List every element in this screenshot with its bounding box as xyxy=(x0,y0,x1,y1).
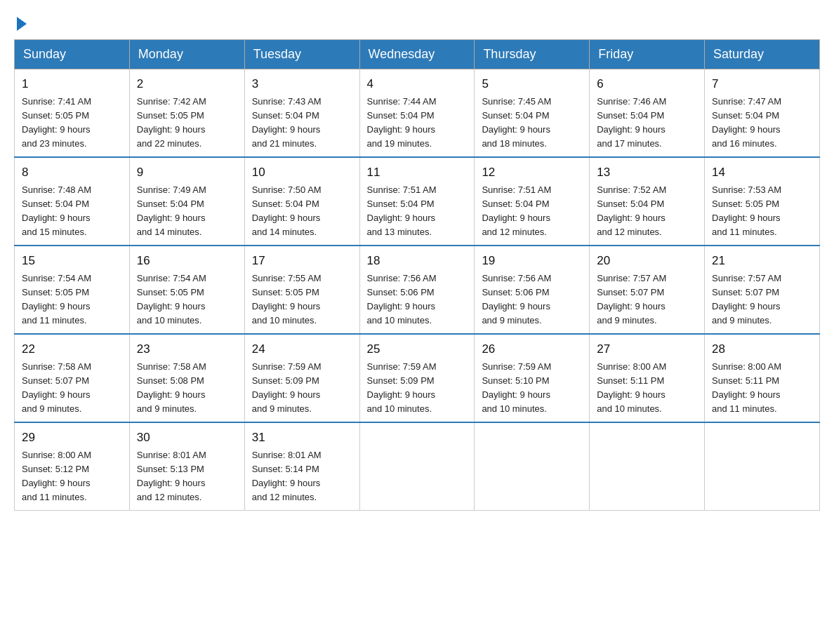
calendar-day-cell: 21Sunrise: 7:57 AMSunset: 5:07 PMDayligh… xyxy=(705,246,820,334)
day-info: Sunrise: 7:54 AMSunset: 5:05 PMDaylight:… xyxy=(137,273,206,326)
calendar-day-cell: 25Sunrise: 7:59 AMSunset: 5:09 PMDayligh… xyxy=(359,334,475,422)
day-info: Sunrise: 7:57 AMSunset: 5:07 PMDaylight:… xyxy=(712,273,781,326)
page-header xyxy=(14,14,820,28)
calendar-day-cell: 31Sunrise: 8:01 AMSunset: 5:14 PMDayligh… xyxy=(244,422,359,511)
day-info: Sunrise: 7:51 AMSunset: 5:04 PMDaylight:… xyxy=(482,185,551,237)
calendar-day-cell: 4Sunrise: 7:44 AMSunset: 5:04 PMDaylight… xyxy=(359,69,475,158)
day-of-week-header: Monday xyxy=(129,40,244,69)
calendar-day-cell: 18Sunrise: 7:56 AMSunset: 5:06 PMDayligh… xyxy=(359,246,475,334)
logo xyxy=(14,14,27,28)
day-number: 31 xyxy=(252,429,352,447)
calendar-day-cell: 23Sunrise: 7:58 AMSunset: 5:08 PMDayligh… xyxy=(129,334,244,422)
calendar-day-cell: 7Sunrise: 7:47 AMSunset: 5:04 PMDaylight… xyxy=(705,69,820,158)
day-number: 23 xyxy=(137,340,237,358)
calendar-day-cell xyxy=(590,422,705,511)
day-info: Sunrise: 7:46 AMSunset: 5:04 PMDaylight:… xyxy=(597,96,666,149)
day-number: 27 xyxy=(597,340,697,358)
day-info: Sunrise: 8:00 AMSunset: 5:12 PMDaylight:… xyxy=(22,450,91,502)
calendar-week-row: 29Sunrise: 8:00 AMSunset: 5:12 PMDayligh… xyxy=(15,422,820,511)
day-of-week-header: Wednesday xyxy=(359,40,475,69)
calendar-day-cell: 9Sunrise: 7:49 AMSunset: 5:04 PMDaylight… xyxy=(129,157,244,246)
day-info: Sunrise: 8:00 AMSunset: 5:11 PMDaylight:… xyxy=(712,361,781,414)
day-number: 25 xyxy=(367,340,468,358)
calendar-week-row: 1Sunrise: 7:41 AMSunset: 5:05 PMDaylight… xyxy=(15,69,820,158)
calendar-day-cell: 1Sunrise: 7:41 AMSunset: 5:05 PMDaylight… xyxy=(15,69,130,158)
day-of-week-header: Sunday xyxy=(15,40,130,69)
day-info: Sunrise: 7:47 AMSunset: 5:04 PMDaylight:… xyxy=(712,96,781,149)
day-info: Sunrise: 8:00 AMSunset: 5:11 PMDaylight:… xyxy=(597,361,666,414)
day-number: 22 xyxy=(22,340,122,358)
day-number: 16 xyxy=(137,252,237,270)
day-info: Sunrise: 7:54 AMSunset: 5:05 PMDaylight:… xyxy=(22,273,91,326)
calendar-day-cell: 11Sunrise: 7:51 AMSunset: 5:04 PMDayligh… xyxy=(359,157,475,246)
calendar-day-cell xyxy=(705,422,820,511)
day-number: 3 xyxy=(252,75,352,93)
day-number: 13 xyxy=(597,163,697,182)
day-number: 9 xyxy=(137,163,237,182)
calendar-day-cell: 26Sunrise: 7:59 AMSunset: 5:10 PMDayligh… xyxy=(475,334,590,422)
calendar-day-cell: 22Sunrise: 7:58 AMSunset: 5:07 PMDayligh… xyxy=(15,334,130,422)
calendar-week-row: 22Sunrise: 7:58 AMSunset: 5:07 PMDayligh… xyxy=(15,334,820,422)
day-number: 17 xyxy=(252,252,352,270)
day-of-week-header: Thursday xyxy=(475,40,590,69)
calendar-day-cell: 3Sunrise: 7:43 AMSunset: 5:04 PMDaylight… xyxy=(244,69,359,158)
calendar-day-cell: 12Sunrise: 7:51 AMSunset: 5:04 PMDayligh… xyxy=(475,157,590,246)
calendar-week-row: 8Sunrise: 7:48 AMSunset: 5:04 PMDaylight… xyxy=(15,157,820,246)
day-info: Sunrise: 7:59 AMSunset: 5:10 PMDaylight:… xyxy=(482,361,551,414)
calendar-day-cell: 2Sunrise: 7:42 AMSunset: 5:05 PMDaylight… xyxy=(129,69,244,158)
calendar-day-cell: 6Sunrise: 7:46 AMSunset: 5:04 PMDaylight… xyxy=(590,69,705,158)
day-info: Sunrise: 7:51 AMSunset: 5:04 PMDaylight:… xyxy=(367,185,437,237)
day-info: Sunrise: 7:58 AMSunset: 5:07 PMDaylight:… xyxy=(22,361,91,414)
day-info: Sunrise: 7:48 AMSunset: 5:04 PMDaylight:… xyxy=(22,185,91,237)
day-info: Sunrise: 8:01 AMSunset: 5:13 PMDaylight:… xyxy=(137,450,206,502)
calendar-day-cell: 5Sunrise: 7:45 AMSunset: 5:04 PMDaylight… xyxy=(475,69,590,158)
day-info: Sunrise: 7:57 AMSunset: 5:07 PMDaylight:… xyxy=(597,273,666,326)
day-number: 11 xyxy=(367,163,468,182)
calendar-day-cell: 10Sunrise: 7:50 AMSunset: 5:04 PMDayligh… xyxy=(244,157,359,246)
calendar-day-cell: 30Sunrise: 8:01 AMSunset: 5:13 PMDayligh… xyxy=(129,422,244,511)
calendar-day-cell: 17Sunrise: 7:55 AMSunset: 5:05 PMDayligh… xyxy=(244,246,359,334)
day-number: 28 xyxy=(712,340,812,358)
day-number: 14 xyxy=(712,163,812,182)
day-number: 8 xyxy=(22,163,122,182)
calendar-day-cell: 20Sunrise: 7:57 AMSunset: 5:07 PMDayligh… xyxy=(590,246,705,334)
day-number: 12 xyxy=(482,163,582,182)
calendar-day-cell: 13Sunrise: 7:52 AMSunset: 5:04 PMDayligh… xyxy=(590,157,705,246)
calendar-day-cell: 27Sunrise: 8:00 AMSunset: 5:11 PMDayligh… xyxy=(590,334,705,422)
calendar-day-cell xyxy=(359,422,475,511)
day-info: Sunrise: 7:41 AMSunset: 5:05 PMDaylight:… xyxy=(22,96,91,149)
day-info: Sunrise: 7:56 AMSunset: 5:06 PMDaylight:… xyxy=(367,273,437,326)
calendar-day-cell: 14Sunrise: 7:53 AMSunset: 5:05 PMDayligh… xyxy=(705,157,820,246)
day-of-week-header: Friday xyxy=(590,40,705,69)
day-info: Sunrise: 7:42 AMSunset: 5:05 PMDaylight:… xyxy=(137,96,206,149)
day-number: 29 xyxy=(22,429,122,447)
day-of-week-header: Tuesday xyxy=(244,40,359,69)
day-number: 21 xyxy=(712,252,812,270)
calendar-day-cell: 29Sunrise: 8:00 AMSunset: 5:12 PMDayligh… xyxy=(15,422,130,511)
day-number: 19 xyxy=(482,252,582,270)
calendar-day-cell xyxy=(475,422,590,511)
day-info: Sunrise: 7:56 AMSunset: 5:06 PMDaylight:… xyxy=(482,273,551,326)
calendar-day-cell: 16Sunrise: 7:54 AMSunset: 5:05 PMDayligh… xyxy=(129,246,244,334)
day-number: 2 xyxy=(137,75,237,93)
day-number: 1 xyxy=(22,75,122,93)
calendar-day-cell: 8Sunrise: 7:48 AMSunset: 5:04 PMDaylight… xyxy=(15,157,130,246)
day-info: Sunrise: 7:45 AMSunset: 5:04 PMDaylight:… xyxy=(482,96,551,149)
day-of-week-header: Saturday xyxy=(705,40,820,69)
day-number: 6 xyxy=(597,75,697,93)
day-number: 10 xyxy=(252,163,352,182)
day-number: 15 xyxy=(22,252,122,270)
day-number: 20 xyxy=(597,252,697,270)
day-number: 26 xyxy=(482,340,582,358)
day-info: Sunrise: 7:43 AMSunset: 5:04 PMDaylight:… xyxy=(252,96,322,149)
calendar-day-cell: 15Sunrise: 7:54 AMSunset: 5:05 PMDayligh… xyxy=(15,246,130,334)
day-number: 24 xyxy=(252,340,352,358)
day-info: Sunrise: 7:44 AMSunset: 5:04 PMDaylight:… xyxy=(367,96,437,149)
day-number: 4 xyxy=(367,75,468,93)
day-info: Sunrise: 7:53 AMSunset: 5:05 PMDaylight:… xyxy=(712,185,781,237)
day-number: 18 xyxy=(367,252,468,270)
day-number: 30 xyxy=(137,429,237,447)
day-info: Sunrise: 7:50 AMSunset: 5:04 PMDaylight:… xyxy=(252,185,322,237)
day-info: Sunrise: 7:59 AMSunset: 5:09 PMDaylight:… xyxy=(367,361,437,414)
day-info: Sunrise: 7:58 AMSunset: 5:08 PMDaylight:… xyxy=(137,361,206,414)
